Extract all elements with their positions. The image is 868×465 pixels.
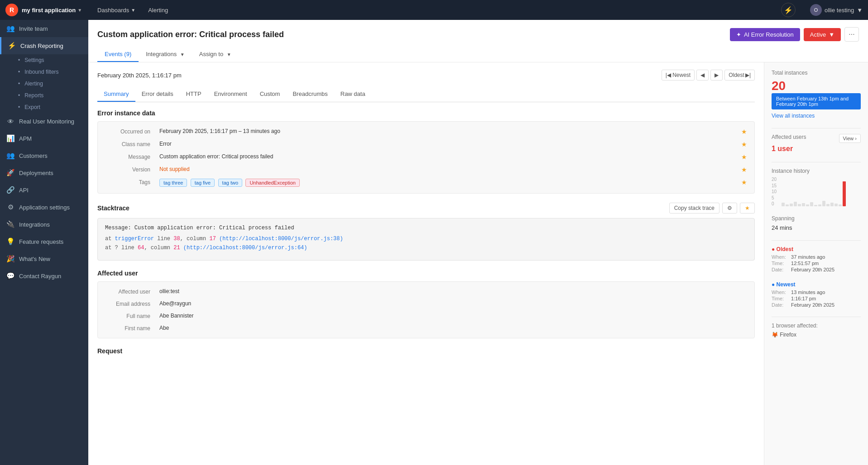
rp-oldest-when: When: 37 minutes ago — [772, 254, 861, 260]
sidebar-app-settings[interactable]: ⚙ Application settings — [0, 199, 88, 216]
rp-newest-date: Date: February 20th 2025 — [772, 302, 861, 308]
rp-view-all-link[interactable]: View all instances — [772, 113, 815, 119]
user-avatar: O — [810, 4, 822, 16]
content-tab-summary[interactable]: Summary — [97, 87, 135, 102]
rp-browser-label: 1 browser affected: — [772, 323, 861, 329]
rp-browser: 1 browser affected: 🦊 Firefox — [772, 323, 861, 338]
bar-7 — [806, 204, 809, 206]
sidebar-sub-alerting[interactable]: Alerting — [18, 78, 88, 90]
contact-icon: 💬 — [6, 272, 14, 280]
stacktrace-actions: Copy stack trace ⚙ ★ — [669, 203, 755, 214]
bar-2 — [786, 204, 789, 206]
class-star[interactable]: ★ — [741, 141, 747, 148]
rp-newest: ● Newest When: 13 minutes ago Time: 1:16… — [772, 281, 861, 308]
more-options-button[interactable]: ··· — [844, 27, 859, 42]
apm-icon: 📊 — [6, 134, 14, 142]
content-tab-error-details[interactable]: Error details — [135, 87, 180, 102]
rp-oldest-time: Time: 12:51:57 pm — [772, 261, 861, 266]
rp-oldest-date: Date: February 20th 2025 — [772, 267, 861, 272]
sidebar-apm[interactable]: 📊 APM — [0, 130, 88, 147]
user-menu[interactable]: O ollie testing ▼ — [810, 4, 863, 16]
stacktrace-settings-button[interactable]: ⚙ — [722, 203, 737, 214]
sidebar-crash-reporting[interactable]: ⚡ Crash Reporting — [0, 37, 88, 54]
tags-star[interactable]: ★ — [741, 179, 747, 186]
content-tab-http[interactable]: HTTP — [180, 87, 208, 102]
stacktrace-line-2: at ? line 64, column 21 (http://localhos… — [105, 245, 747, 251]
bar-13 — [830, 203, 834, 206]
sidebar-sub-inbound-filters[interactable]: Inbound filters — [18, 66, 88, 78]
sidebar-contact[interactable]: 💬 Contact Raygun — [0, 267, 88, 285]
sidebar-sub-export[interactable]: Export — [18, 101, 88, 113]
ai-error-resolution-button[interactable]: ✦ AI Error Resolution — [730, 28, 800, 41]
whats-new-icon: 🎉 — [6, 255, 14, 263]
sidebar-rum[interactable]: 👁 Real User Monitoring — [0, 113, 88, 130]
bar-highlight — [843, 181, 846, 206]
app-name-chevron: ▼ — [77, 8, 82, 13]
nav-prev-button[interactable]: ◀ — [696, 70, 709, 81]
rp-date-range-button[interactable]: Between February 13th 1pm and February 2… — [772, 93, 861, 109]
content-tab-environment[interactable]: Environment — [208, 87, 254, 102]
data-row-class: Class name Error ★ — [98, 138, 754, 151]
stacktrace-message: Message: Custom application error: Criti… — [105, 225, 747, 231]
sidebar-invite-team[interactable]: 👥 Invite team — [0, 20, 88, 37]
nav-next-button[interactable]: ▶ — [710, 70, 723, 81]
nav-alerting[interactable]: Alerting — [144, 7, 173, 14]
bar-6 — [802, 203, 805, 206]
user-row-fullname: Full name Abe Bannister — [98, 310, 754, 322]
tab-assign-to[interactable]: Assign to ▼ — [192, 47, 239, 62]
rp-view-button[interactable]: View › — [839, 134, 861, 143]
occurred-star[interactable]: ★ — [741, 128, 747, 135]
tab-events[interactable]: Events (9) — [97, 47, 139, 62]
message-star[interactable]: ★ — [741, 153, 747, 161]
version-star[interactable]: ★ — [741, 166, 747, 173]
nav-dashboards[interactable]: Dashboards ▼ — [93, 7, 140, 14]
copy-stacktrace-button[interactable]: Copy stack trace — [669, 203, 719, 214]
rp-affected-count: 1 user — [772, 145, 861, 153]
page-tabs: Events (9) Integrations ▼ Assign to ▼ — [97, 47, 859, 62]
nav-oldest-button[interactable]: Oldest ▶| — [724, 70, 755, 81]
sidebar-api[interactable]: 🔗 API — [0, 181, 88, 199]
rp-divider-1 — [772, 128, 861, 128]
nav-date: February 20th 2025, 1:16:17 pm — [97, 72, 182, 79]
rp-newest-dot: ● Newest — [772, 281, 861, 288]
rp-instance-history: Instance history — [772, 168, 861, 206]
content-tab-raw-data[interactable]: Raw data — [334, 87, 372, 102]
content-tab-breadcrumbs[interactable]: Breadcrumbs — [286, 87, 334, 102]
nav-first-button[interactable]: |◀ Newest — [662, 70, 695, 81]
sidebar-deployments[interactable]: 🚀 Deployments — [0, 164, 88, 181]
chart-label-15: 15 — [772, 183, 777, 188]
rp-history-label: Instance history — [772, 168, 861, 174]
dashboards-chevron: ▼ — [131, 8, 135, 13]
sidebar-whats-new[interactable]: 🎉 What's New — [0, 250, 88, 267]
stacktrace-header: Stacktrace Copy stack trace ⚙ ★ — [97, 203, 755, 214]
rp-total-instances: Total instances 20 Between February 13th… — [772, 70, 861, 119]
bar-10 — [818, 204, 821, 206]
occurred-value: February 20th 2025, 1:16:17 pm – 13 minu… — [159, 128, 741, 134]
rum-icon: 👁 — [6, 118, 14, 125]
sidebar-feature-requests[interactable]: 💡 Feature requests — [0, 233, 88, 250]
content-tab-custom[interactable]: Custom — [254, 87, 287, 102]
affected-user-title: Affected user — [97, 270, 755, 277]
email-val: Abe@raygun — [159, 300, 747, 307]
tag-three: tag three — [159, 179, 187, 187]
user-row-affected: Affected user ollie:test — [98, 285, 754, 298]
version-value[interactable]: Not supplied — [159, 166, 741, 172]
stacktrace-star-button[interactable]: ★ — [740, 203, 755, 214]
data-row-version: Version Not supplied ★ — [98, 163, 754, 176]
app-name-dropdown[interactable]: my first application ▼ — [22, 7, 82, 14]
sidebar-integrations[interactable]: 🔌 Integrations — [0, 216, 88, 233]
sidebar-sub-settings[interactable]: Settings — [18, 54, 88, 66]
content-area: Custom application error: Critical proce… — [88, 20, 868, 465]
active-status-button[interactable]: Active ▼ — [804, 28, 841, 41]
page-title: Custom application error: Critical proce… — [97, 30, 284, 39]
sidebar: 👥 Invite team ⚡ Crash Reporting Settings… — [0, 20, 88, 465]
chart-label-10: 10 — [772, 189, 777, 194]
data-row-occurred: Occurred on February 20th 2025, 1:16:17 … — [98, 125, 754, 138]
sidebar-customers[interactable]: 👥 Customers — [0, 147, 88, 164]
tab-integrations[interactable]: Integrations ▼ — [139, 47, 192, 62]
lightning-button[interactable]: ⚡ — [781, 3, 796, 17]
rp-browser-name: 🦊 Firefox — [772, 332, 861, 338]
customers-icon: 👥 — [6, 152, 14, 160]
sidebar-sub-reports[interactable]: Reports — [18, 90, 88, 101]
bar-14 — [834, 204, 838, 206]
